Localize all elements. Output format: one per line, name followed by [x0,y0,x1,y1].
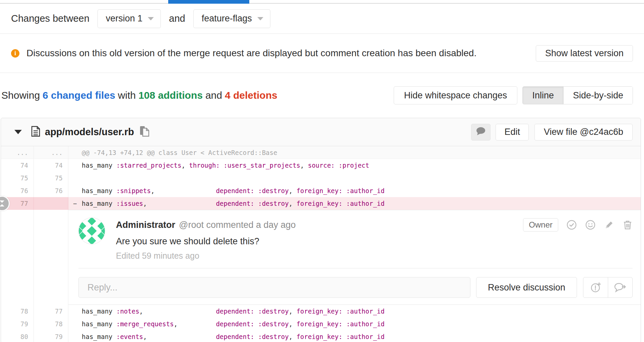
old-line-number[interactable]: 74 [1,159,34,172]
code-line: has_many :snippets, dependent: :destroy,… [68,184,641,197]
diff-lines-before: ......@@ -74,13 +74,12 @@ class User < A… [1,146,641,210]
resolve-discussion-button[interactable]: Resolve discussion [476,277,577,298]
side-by-side-view-button[interactable]: Side-by-side [563,87,633,104]
old-line-gutter [1,210,34,305]
diff-line-row: 7474has_many :starred_projects, through:… [1,159,641,172]
discussion-panel: Administrator @root commented a day ago … [68,210,641,305]
emoji-award-icon[interactable] [585,220,596,230]
diff-lines-after: 7877has_many :notes, dependent: :destroy… [1,305,641,342]
changed-files-link[interactable]: 6 changed files [43,90,115,101]
file-header-actions: Edit View file @c24ac6b [471,124,633,141]
new-line-number[interactable]: ... [34,146,68,159]
file-header: app/models/user.rb Edit View file @c24ac… [1,118,641,146]
new-line-gutter [34,210,68,305]
and-label: and [205,90,222,101]
old-line-number[interactable]: 78 [1,305,34,318]
comment-bubble-icon [476,127,486,138]
code-line: has_many :merge_requests, dependent: :de… [68,318,641,330]
resolve-in-new-issue-button[interactable] [583,277,608,297]
removed-line-marker: − [73,197,77,210]
show-latest-version-button[interactable]: Show latest version [536,45,633,62]
reply-input[interactable]: Reply... [78,277,470,298]
diff-stats-text: Showing6 changed fileswith108 additionsa… [1,90,280,101]
copy-path-icon[interactable] [139,125,150,139]
new-line-number[interactable]: 74 [34,159,68,172]
note-body: Are you sure we should delete this? [116,236,633,247]
with-label: with [118,90,136,101]
from-version-dropdown[interactable]: version 1 [98,9,161,28]
file-icon [31,126,40,138]
new-line-number[interactable]: 76 [34,184,68,197]
old-line-number[interactable]: 79 [1,318,34,330]
diff-line-row: 7978has_many :merge_requests, dependent:… [1,318,641,330]
diff-line-row: 77−has_many :issues, dependent: :destroy… [1,197,641,210]
new-line-number[interactable]: 75 [34,172,68,184]
toggle-comments-button[interactable] [471,124,491,141]
to-version-value: feature-flags [202,13,252,24]
version-conjunction: and [169,13,185,24]
avatar[interactable] [78,218,105,244]
version-compare-bar: Changes between version 1 and feature-fl… [0,4,644,34]
note: Administrator @root commented a day ago … [78,218,633,261]
note-author[interactable]: Administrator [116,220,175,230]
collapse-file-chevron-icon[interactable] [14,130,22,134]
old-version-banner-text: Discussions on this old version of the m… [26,48,536,59]
old-line-number[interactable]: ... [1,146,34,159]
code-line: has_many :notes, dependent: :destroy, fo… [68,305,641,318]
hide-whitespace-button[interactable]: Hide whitespace changes [394,86,518,104]
reply-row: Reply... Resolve discussion [78,268,633,298]
note-edited-timestamp: Edited 59 minutes ago [116,251,633,261]
additions-count: 108 additions [138,90,203,101]
note-actions: Owner [523,218,633,232]
old-version-banner: i Discussions on this old version of the… [0,34,644,73]
code-line: has_many :starred_projects, through: :us… [68,159,641,172]
code-line: −has_many :issues, dependent: :destroy, … [68,197,641,210]
new-line-number[interactable]: 77 [34,305,68,318]
inline-view-button[interactable]: Inline [523,87,563,104]
edit-file-button[interactable]: Edit [496,124,529,141]
diff-table: ......@@ -74,13 +74,12 @@ class User < A… [1,146,641,342]
showing-label: Showing [1,90,40,101]
note-header: Administrator @root commented a day ago … [116,218,633,232]
diff-stats-bar: Showing6 changed fileswith108 additionsa… [0,73,644,118]
diff-line-row: 7575 [1,172,641,184]
diff-view-actions: Hide whitespace changes Inline Side-by-s… [394,86,633,104]
old-line-number[interactable]: 76 [1,184,34,197]
to-version-dropdown[interactable]: feature-flags [193,9,270,28]
mr-tabs-bar [0,0,644,4]
diff-line-row: 8079has_many :events, dependent: :destro… [1,330,641,342]
diff-line-row: 7877has_many :notes, dependent: :destroy… [1,305,641,318]
jump-to-next-discussion-button[interactable] [608,277,632,297]
new-line-number[interactable] [34,197,68,210]
from-version-value: version 1 [106,13,143,24]
discussion-icon-buttons [583,277,633,298]
view-file-button[interactable]: View file @c24ac6b [534,124,633,141]
file-diff-container: app/models/user.rb Edit View file @c24ac… [1,118,641,342]
edit-note-icon[interactable] [604,220,615,230]
delete-note-icon[interactable] [623,220,633,230]
hunk-header: @@ -74,13 +74,12 @@ class User < ActiveR… [68,146,641,159]
info-icon: i [11,49,19,58]
chevron-down-icon [148,17,154,20]
discussion-row: Administrator @root commented a day ago … [1,210,641,305]
diff-line-row: ......@@ -74,13 +74,12 @@ class User < A… [1,146,641,159]
new-line-number[interactable]: 79 [34,330,68,342]
chevron-down-icon [257,17,263,20]
active-tab-indicator [168,0,249,4]
old-line-number[interactable]: 75 [1,172,34,184]
code-line [68,172,641,184]
note-main: Administrator @root commented a day ago … [116,218,633,261]
version-compare-label: Changes between [11,13,89,24]
owner-badge: Owner [523,218,558,232]
resolve-check-icon[interactable] [566,220,577,230]
diff-view-toggle: Inline Side-by-side [522,86,633,104]
deletions-count: 4 deletions [225,90,277,101]
note-meta: @root commented a day ago [179,220,296,230]
old-line-number[interactable]: 80 [1,330,34,342]
diff-line-row: 7676has_many :snippets, dependent: :dest… [1,184,641,197]
new-line-number[interactable]: 78 [34,318,68,330]
code-line: has_many :events, dependent: :destroy, f… [68,330,641,342]
file-path: app/models/user.rb [45,126,134,138]
